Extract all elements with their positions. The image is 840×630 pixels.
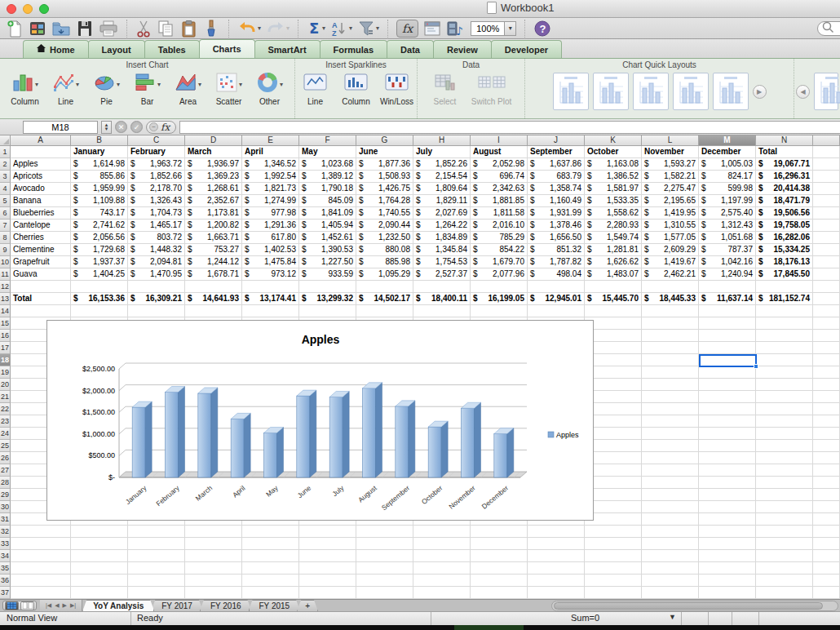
- cell[interactable]: [699, 281, 756, 293]
- value-cell[interactable]: $977.98: [242, 207, 299, 220]
- ribbon-tab-tables[interactable]: Tables: [144, 40, 200, 58]
- column-total-cell[interactable]: $18,400.11: [413, 293, 471, 305]
- row-header-3[interactable]: 3: [0, 171, 11, 183]
- media-browser-button[interactable]: ♪: [445, 19, 466, 38]
- value-cell[interactable]: $1,465.17: [128, 220, 185, 232]
- cell[interactable]: [756, 305, 813, 317]
- cell[interactable]: [699, 428, 756, 440]
- total-header-cell[interactable]: Total: [756, 146, 813, 158]
- cell[interactable]: [756, 489, 813, 501]
- column-total-cell[interactable]: $13,174.41: [242, 293, 299, 305]
- row-total-cell[interactable]: $18,471.79: [756, 195, 813, 207]
- quick-layout-thumbnail-5[interactable]: [713, 73, 749, 110]
- value-cell[interactable]: $855.86: [71, 171, 128, 183]
- cell[interactable]: [471, 305, 528, 317]
- row-header-24[interactable]: 24: [0, 428, 11, 440]
- cell[interactable]: [585, 550, 642, 562]
- row-header-16[interactable]: 16: [0, 330, 11, 342]
- value-cell[interactable]: $1,754.53: [413, 256, 471, 268]
- value-cell[interactable]: $1,402.53: [242, 244, 299, 256]
- row-total-cell[interactable]: $17,845.50: [756, 268, 813, 281]
- value-cell[interactable]: $1,095.29: [356, 268, 413, 281]
- chart-style-thumbnail[interactable]: [814, 73, 838, 110]
- cell[interactable]: [642, 403, 699, 415]
- cell[interactable]: [813, 256, 840, 268]
- column-total-cell[interactable]: $16,153.36: [71, 293, 128, 305]
- autosum-button[interactable]: Σ▾: [306, 19, 326, 38]
- column-total-cell[interactable]: $16,309.21: [128, 293, 185, 305]
- column-header-B[interactable]: B: [71, 135, 128, 146]
- value-cell[interactable]: $1,764.28: [356, 195, 413, 207]
- value-cell[interactable]: $1,483.07: [585, 268, 642, 281]
- cell[interactable]: [699, 379, 756, 391]
- value-cell[interactable]: $1,740.55: [356, 207, 413, 220]
- cell[interactable]: [642, 513, 699, 526]
- cell[interactable]: [356, 538, 413, 550]
- cell[interactable]: [71, 538, 128, 550]
- value-cell[interactable]: $696.74: [471, 171, 528, 183]
- cell[interactable]: [11, 305, 71, 317]
- cell[interactable]: [71, 526, 128, 538]
- next-sheet-button[interactable]: ▶: [63, 602, 67, 609]
- ribbon-tab-review[interactable]: Review: [433, 40, 492, 58]
- cell[interactable]: [756, 562, 813, 575]
- value-cell[interactable]: $1,163.08: [585, 158, 642, 171]
- column-header-E[interactable]: E: [242, 135, 299, 146]
- value-cell[interactable]: $851.32: [528, 244, 585, 256]
- value-cell[interactable]: $1,729.68: [71, 244, 128, 256]
- cell[interactable]: [185, 575, 242, 587]
- column-chart-button[interactable]: ▾Column: [6, 71, 45, 106]
- pie-chart-button[interactable]: ▾Pie: [87, 71, 126, 106]
- win-loss-chart-button[interactable]: Win/Loss: [378, 71, 417, 106]
- cell[interactable]: [128, 281, 185, 293]
- fruit-name-cell[interactable]: Banana: [11, 195, 71, 207]
- worksheet-grid[interactable]: ABCDEFGHIJKLMN1JanuaryFebruaryMarchApril…: [0, 135, 840, 599]
- value-cell[interactable]: $2,352.67: [185, 195, 242, 207]
- row-header-25[interactable]: 25: [0, 440, 11, 452]
- value-cell[interactable]: $2,077.96: [471, 268, 528, 281]
- value-cell[interactable]: $1,834.89: [413, 232, 471, 244]
- cell[interactable]: [11, 281, 71, 293]
- cell[interactable]: [699, 513, 756, 526]
- cell[interactable]: [642, 366, 699, 379]
- cell[interactable]: [813, 452, 840, 464]
- cell[interactable]: [528, 281, 585, 293]
- toolbox-button[interactable]: [422, 19, 442, 38]
- value-cell[interactable]: $1,268.61: [185, 183, 242, 195]
- fruit-name-cell[interactable]: Avocado: [11, 183, 71, 195]
- cell[interactable]: [756, 587, 813, 599]
- value-cell[interactable]: $1,959.99: [71, 183, 128, 195]
- value-cell[interactable]: $2,527.37: [413, 268, 471, 281]
- value-cell[interactable]: $1,405.94: [299, 220, 356, 232]
- add-sheet-button[interactable]: +: [297, 600, 318, 611]
- quick-layouts-scroll-right-button[interactable]: ▶: [753, 85, 767, 99]
- cell[interactable]: [756, 281, 813, 293]
- cell[interactable]: [471, 587, 528, 599]
- cell[interactable]: [242, 575, 299, 587]
- cancel-icon[interactable]: ✕: [115, 121, 127, 133]
- cut-button[interactable]: [135, 19, 153, 38]
- sheet-tab-fy-2017[interactable]: FY 2017: [151, 600, 203, 611]
- value-cell[interactable]: $787.37: [699, 244, 756, 256]
- cell[interactable]: [585, 281, 642, 293]
- value-cell[interactable]: $1,829.11: [413, 195, 471, 207]
- cell[interactable]: [71, 587, 128, 599]
- column-header-I[interactable]: I: [471, 135, 528, 146]
- cell[interactable]: [185, 538, 242, 550]
- cell[interactable]: [71, 305, 128, 317]
- value-cell[interactable]: $785.29: [471, 232, 528, 244]
- cell[interactable]: [11, 550, 71, 562]
- cell[interactable]: [185, 526, 242, 538]
- cell[interactable]: [299, 281, 356, 293]
- value-cell[interactable]: $2,090.44: [356, 220, 413, 232]
- sum-dropdown-arrow[interactable]: ▼: [669, 613, 676, 621]
- cell[interactable]: [128, 562, 185, 575]
- cell[interactable]: [642, 317, 699, 330]
- cell[interactable]: [642, 489, 699, 501]
- cell[interactable]: [11, 526, 71, 538]
- cell[interactable]: [299, 575, 356, 587]
- cell[interactable]: [528, 562, 585, 575]
- row-header-4[interactable]: 4: [0, 183, 11, 195]
- value-cell[interactable]: $1,419.67: [642, 256, 699, 268]
- value-cell[interactable]: $1,637.86: [528, 158, 585, 171]
